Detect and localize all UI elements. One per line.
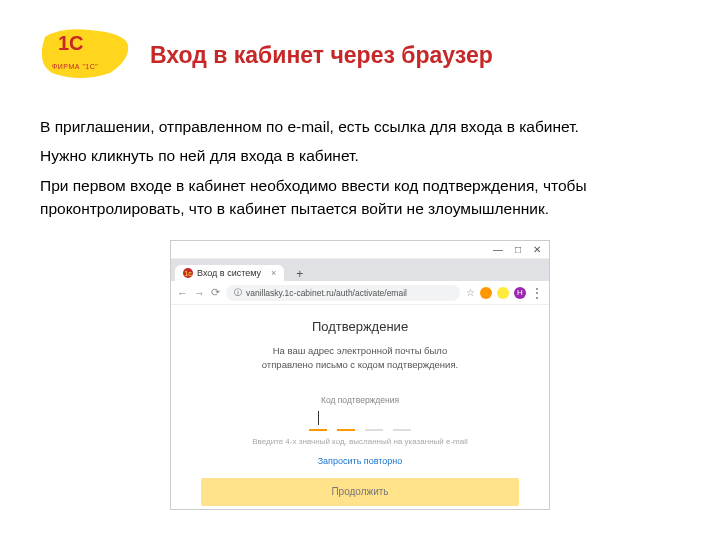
nav-forward-icon[interactable]: → xyxy=(194,287,205,299)
code-digit-2[interactable] xyxy=(337,411,355,431)
content-heading: Подтверждение xyxy=(312,319,408,334)
new-tab-button[interactable]: + xyxy=(290,267,309,281)
continue-button[interactable]: Продолжить xyxy=(201,478,519,506)
toolbar-extensions: ☆ Н ⋮ xyxy=(466,286,543,300)
paragraph-1: В приглашении, отправленном по e-mail, е… xyxy=(40,115,680,138)
url-input[interactable]: ⓘ vanillasky.1c-cabinet.ru/auth/activate… xyxy=(226,285,460,301)
logo-main-text: 1C xyxy=(58,33,84,53)
address-bar: ← → ⟳ ⓘ vanillasky.1c-cabinet.ru/auth/ac… xyxy=(171,281,549,305)
tab-close-icon[interactable]: × xyxy=(271,268,276,278)
lock-icon: ⓘ xyxy=(234,287,242,298)
tab-title: Вход в систему xyxy=(197,268,261,278)
code-hint: Введите 4-х значный код, высланный на ук… xyxy=(252,437,468,446)
code-field-label: Код подтверждения xyxy=(321,395,399,405)
paragraph-2: Нужно кликнуть по ней для входа в кабине… xyxy=(40,144,680,167)
desc-line-1: На ваш адрес электронной почты было xyxy=(273,345,448,356)
window-maximize-icon[interactable]: □ xyxy=(515,244,521,255)
nav-reload-icon[interactable]: ⟳ xyxy=(211,286,220,299)
browser-tab[interactable]: 1c Вход в систему × xyxy=(175,265,284,281)
content-description: На ваш адрес электронной почты было отпр… xyxy=(262,344,458,373)
body-text: В приглашении, отправленном по e-mail, е… xyxy=(40,115,680,226)
tab-bar: 1c Вход в систему × + xyxy=(171,259,549,281)
logo-splash xyxy=(40,25,130,80)
window-close-icon[interactable]: ✕ xyxy=(533,244,541,255)
nav-back-icon[interactable]: ← xyxy=(177,287,188,299)
page-title: Вход в кабинет через браузер xyxy=(150,42,493,69)
logo-1c: 1C ФИРМА "1С" xyxy=(40,25,130,80)
logo-sub-text: ФИРМА "1С" xyxy=(52,63,98,70)
paragraph-3: При первом входе в кабинет необходимо вв… xyxy=(40,174,680,221)
resend-link[interactable]: Запросить повторно xyxy=(318,456,403,466)
browser-menu-icon[interactable]: ⋮ xyxy=(531,286,543,300)
bookmark-star-icon[interactable]: ☆ xyxy=(466,287,475,298)
extension-icon-2[interactable] xyxy=(497,287,509,299)
profile-avatar-icon[interactable]: Н xyxy=(514,287,526,299)
desc-line-2: отправлено письмо с кодом подтверждения. xyxy=(262,359,458,370)
code-digit-1[interactable] xyxy=(309,411,327,431)
tab-favicon-icon: 1c xyxy=(183,268,193,278)
code-digit-4[interactable] xyxy=(393,411,411,431)
code-input-group xyxy=(309,411,411,431)
browser-screenshot: — □ ✕ 1c Вход в систему × + ← → ⟳ ⓘ vani… xyxy=(170,240,550,510)
window-controls: — □ ✕ xyxy=(171,241,549,259)
url-text: vanillasky.1c-cabinet.ru/auth/activate/e… xyxy=(246,288,407,298)
page-content: Подтверждение На ваш адрес электронной п… xyxy=(171,305,549,509)
code-digit-3[interactable] xyxy=(365,411,383,431)
extension-icon-1[interactable] xyxy=(480,287,492,299)
window-minimize-icon[interactable]: — xyxy=(493,244,503,255)
